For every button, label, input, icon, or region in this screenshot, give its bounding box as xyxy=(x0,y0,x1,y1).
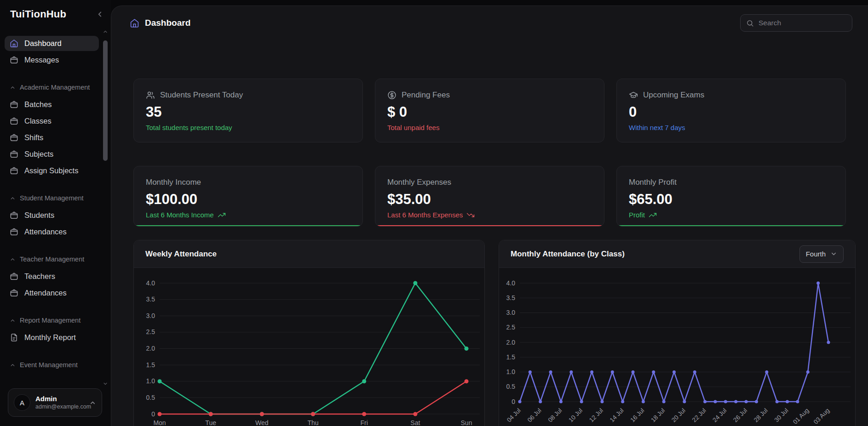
search-box[interactable] xyxy=(740,14,852,32)
sidebar-section-teacher-management[interactable]: Teacher Management xyxy=(5,252,99,266)
svg-text:2.0: 2.0 xyxy=(506,339,516,346)
chevron-up-icon xyxy=(10,85,16,91)
svg-text:1.0: 1.0 xyxy=(506,368,516,375)
sidebar-section-student-management[interactable]: Student Management xyxy=(5,191,99,205)
svg-text:2.5: 2.5 xyxy=(146,328,155,335)
chevron-up-icon xyxy=(10,256,16,262)
sidebar-item-assign-subjects[interactable]: Assign Subjects xyxy=(5,163,99,178)
sidebar-item-dashboard[interactable]: Dashboard xyxy=(5,36,99,51)
sidebar-item-classes[interactable]: Classes xyxy=(5,114,99,129)
main-panel: Dashboard Students Present Today 35 Tota… xyxy=(111,6,868,426)
graduation-cap-icon xyxy=(629,91,638,100)
chevron-up-icon xyxy=(10,318,16,324)
users-icon xyxy=(146,91,155,100)
stat-value: $65.00 xyxy=(629,191,834,208)
stat-label: Pending Fees xyxy=(402,90,450,100)
briefcase-icon xyxy=(10,56,18,64)
stat-label: Monthly Expenses xyxy=(387,177,592,187)
svg-text:18 Jul: 18 Jul xyxy=(650,407,666,424)
stat-label: Students Present Today xyxy=(160,90,243,100)
stat-card-upcoming-exams: Upcoming Exams 0 Within next 7 days xyxy=(616,79,846,142)
sidebar-collapse-button[interactable] xyxy=(94,9,105,20)
search-icon xyxy=(746,19,754,27)
sidebar-item-label: Messages xyxy=(24,56,59,64)
sidebar-item-label: Assign Subjects xyxy=(24,166,78,175)
svg-text:4.0: 4.0 xyxy=(506,279,516,287)
svg-text:04 Jul: 04 Jul xyxy=(506,407,522,424)
page-title-text: Dashboard xyxy=(145,18,190,28)
svg-text:0: 0 xyxy=(151,410,155,418)
sidebar-item-teachers[interactable]: Teachers xyxy=(5,269,99,284)
trending-down-icon xyxy=(466,211,475,219)
income-accent-line xyxy=(134,225,362,226)
sidebar-section-report-management[interactable]: Report Management xyxy=(5,313,99,327)
stat-card-students-present: Students Present Today 35 Total students… xyxy=(133,79,363,142)
user-email: admin@example.com xyxy=(35,403,84,410)
sidebar-item-label: Batches xyxy=(24,100,52,109)
sidebar: TuiTionHub DashboardMessagesAcademic Man… xyxy=(0,0,111,426)
user-card[interactable]: A Admin admin@example.com xyxy=(8,388,102,417)
stat-card-monthly-expenses: Monthly Expenses $35.00 Last 6 Months Ex… xyxy=(375,166,604,227)
sidebar-item-attendances[interactable]: Attendances xyxy=(5,224,99,239)
scroll-down-icon[interactable] xyxy=(102,381,109,387)
section-label: Event Management xyxy=(20,361,78,369)
svg-text:3.5: 3.5 xyxy=(146,295,155,303)
stat-subtitle: Last 6 Months Income xyxy=(146,210,214,220)
home-icon xyxy=(130,18,139,28)
sidebar-item-label: Attendances xyxy=(24,289,67,297)
search-input[interactable] xyxy=(759,19,851,27)
sidebar-scrollbar xyxy=(102,28,109,382)
user-name: Admin xyxy=(35,395,84,403)
svg-text:12 Jul: 12 Jul xyxy=(588,407,604,424)
chevron-up-icon xyxy=(10,195,16,201)
stat-label: Upcoming Exams xyxy=(643,90,704,100)
stat-card-pending-fees: Pending Fees $ 0 Total unpaid fees xyxy=(375,79,604,142)
scroll-up-icon[interactable] xyxy=(102,28,109,35)
class-filter-select[interactable]: Fourth xyxy=(799,245,844,263)
svg-text:Sat: Sat xyxy=(410,419,420,426)
avatar: A xyxy=(14,394,30,411)
sidebar-item-students[interactable]: Students xyxy=(5,208,99,223)
sidebar-item-monthly-report[interactable]: Monthly Report xyxy=(5,330,99,345)
svg-text:4.0: 4.0 xyxy=(146,279,155,287)
svg-text:3.5: 3.5 xyxy=(506,294,516,301)
sidebar-item-label: Subjects xyxy=(24,150,53,159)
svg-text:28 Jul: 28 Jul xyxy=(753,407,769,424)
svg-text:30 Jul: 30 Jul xyxy=(773,407,790,424)
scrollbar-thumb[interactable] xyxy=(103,40,108,161)
page-title: Dashboard xyxy=(130,18,190,28)
chart-title: Monthly Attendance (by Class) xyxy=(511,250,625,259)
sidebar-item-shifts[interactable]: Shifts xyxy=(5,130,99,145)
stat-value: $35.00 xyxy=(387,191,592,208)
svg-text:1.5: 1.5 xyxy=(506,353,516,361)
briefcase-icon xyxy=(10,227,18,236)
stat-label: Monthly Profit xyxy=(629,177,834,187)
sidebar-item-subjects[interactable]: Subjects xyxy=(5,147,99,162)
stats-grid: Students Present Today 35 Total students… xyxy=(133,79,846,227)
svg-text:2.0: 2.0 xyxy=(146,345,155,352)
chart-title: Weekly Attendance xyxy=(145,250,217,259)
svg-text:1.5: 1.5 xyxy=(146,361,155,369)
trending-up-icon xyxy=(218,211,226,219)
sidebar-item-messages[interactable]: Messages xyxy=(5,52,99,68)
stat-label: Monthly Income xyxy=(146,177,351,187)
stat-card-monthly-income: Monthly Income $100.00 Last 6 Months Inc… xyxy=(133,166,363,227)
svg-text:Tue: Tue xyxy=(205,419,216,426)
stat-subtitle: Last 6 Months Expenses xyxy=(387,210,463,220)
sidebar-nav: DashboardMessagesAcademic ManagementBatc… xyxy=(5,36,99,375)
svg-text:24 Jul: 24 Jul xyxy=(711,407,728,424)
sidebar-item-label: Classes xyxy=(24,117,52,125)
sidebar-section-academic-management[interactable]: Academic Management xyxy=(5,80,99,94)
svg-text:0: 0 xyxy=(512,398,515,405)
svg-text:22 Jul: 22 Jul xyxy=(691,407,707,424)
chevron-up-icon xyxy=(89,399,96,406)
circle-dollar-icon xyxy=(387,91,397,100)
file-icon xyxy=(10,333,18,342)
sidebar-section-event-management[interactable]: Event Management xyxy=(5,358,99,372)
stat-value: $ 0 xyxy=(387,104,592,120)
sidebar-item-attendances[interactable]: Attendances xyxy=(5,285,99,301)
sidebar-item-label: Shifts xyxy=(24,133,43,142)
sidebar-item-batches[interactable]: Batches xyxy=(5,97,99,112)
sidebar-item-label: Monthly Report xyxy=(24,333,76,342)
chevron-down-icon xyxy=(830,250,837,257)
